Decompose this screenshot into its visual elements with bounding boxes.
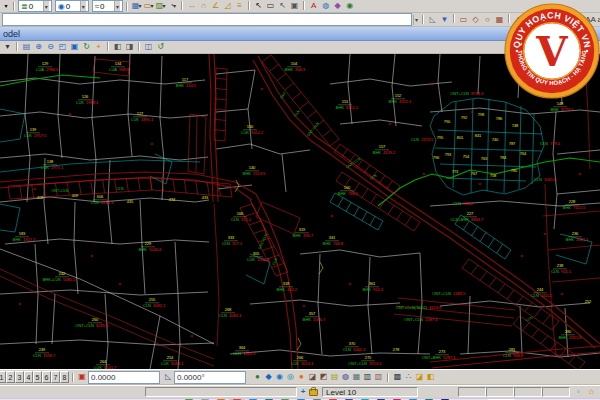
ruler-icon[interactable]: ◺ <box>427 14 438 25</box>
measure-angle-icon[interactable]: ∠ <box>210 1 221 12</box>
grid-settings-icon[interactable]: ▩ <box>392 372 403 383</box>
svg-text:787: 787 <box>509 141 516 146</box>
svg-text:255: 255 <box>149 297 156 302</box>
patterns-dropdown[interactable]: ▦▾ <box>131 1 142 12</box>
angle-field[interactable] <box>174 371 246 384</box>
svg-text:LUK: LUK <box>241 130 249 135</box>
folder-icon[interactable]: ◧ <box>425 372 436 383</box>
svg-text:BHK: BHK <box>563 205 572 210</box>
separator <box>138 42 140 51</box>
mail-icon[interactable]: ▧ <box>373 372 384 383</box>
rotate-view-icon[interactable]: ↻ <box>81 42 92 53</box>
tags-dropdown-arrow[interactable]: ▾ <box>173 3 176 9</box>
element-info-icon[interactable]: ◉ <box>344 1 355 12</box>
svg-text:229: 229 <box>145 241 152 246</box>
active-level-segment[interactable]: Level 10 <box>322 387 418 397</box>
element-selection-icon[interactable]: ↖ <box>253 1 264 12</box>
refresh-icon[interactable]: ◆ <box>263 372 274 383</box>
svg-text:3013.1: 3013.1 <box>301 361 314 366</box>
fence-circle-icon[interactable]: ○ <box>482 14 493 25</box>
view-6-button[interactable]: 6 <box>42 371 51 383</box>
svg-text:LUK: LUK <box>41 165 49 170</box>
keyin-dropdown-arrow[interactable]: ▾ <box>413 15 419 25</box>
dialog-box-icon[interactable]: ▫ <box>573 387 584 398</box>
active-level-combo-arrow[interactable]: ▾ <box>43 1 49 11</box>
cells-dropdown[interactable]: ▭▾ <box>143 1 154 12</box>
snap-mode-icon[interactable]: + <box>297 387 309 398</box>
fit-view-icon[interactable]: ▣ <box>69 42 80 53</box>
patterns-dropdown-arrow[interactable]: ▾ <box>138 3 141 9</box>
view-attributes-icon[interactable]: ▤ <box>21 42 32 53</box>
select-lasso-icon[interactable]: ↖ <box>277 1 288 12</box>
active-style-combo-arrow[interactable]: ▾ <box>114 1 120 11</box>
import-file-icon[interactable]: ◩ <box>318 372 329 383</box>
svg-text:LUK: LUK <box>91 200 99 205</box>
hatch-dropdown[interactable]: ▨▾ <box>155 1 166 12</box>
text-tool-icon[interactable]: A <box>308 1 319 12</box>
active-level-combo[interactable]: ≣0▾ <box>18 0 52 12</box>
active-style-combo[interactable]: ≈0▾ <box>92 0 123 12</box>
svg-text:606: 606 <box>97 194 104 199</box>
zoom-search-icon[interactable]: ◉ <box>274 372 285 383</box>
measure-volume-icon[interactable]: ≡ <box>234 1 245 12</box>
globe-tool-icon[interactable]: ◍ <box>320 1 331 12</box>
lock-icon[interactable] <box>309 389 318 396</box>
map-canvas[interactable]: 138LUK2971.1126LUK2988.1127LUK1891.1139L… <box>0 54 600 369</box>
view-previous-icon[interactable]: ◧ <box>112 42 123 53</box>
status-segment <box>514 387 542 397</box>
measure-area-icon[interactable]: ◿ <box>222 1 233 12</box>
zoom-filter-icon[interactable]: ▼ <box>439 14 450 25</box>
link-points-icon[interactable]: ∴ <box>403 372 414 383</box>
cells-dropdown-arrow[interactable]: ▾ <box>150 3 153 9</box>
status-segment <box>542 387 570 397</box>
document-icon[interactable]: ▤ <box>329 372 340 383</box>
copy-view-icon[interactable]: ◫ <box>143 42 154 53</box>
view-list-dropdown[interactable]: ▾ <box>2 42 13 53</box>
coordinate-x-field[interactable] <box>88 371 160 384</box>
measure-distance-icon[interactable]: ↔ <box>186 1 197 12</box>
window-area-icon[interactable]: ◰ <box>57 42 68 53</box>
view-4-button[interactable]: 4 <box>24 371 33 383</box>
update-view-icon[interactable]: ↺ <box>155 42 166 53</box>
cell-library-icon[interactable]: ◆ <box>332 1 343 12</box>
measure-radius-icon[interactable]: ∩ <box>198 1 209 12</box>
home-alert-icon[interactable]: ⌂ <box>586 387 597 398</box>
fence-block-icon[interactable]: ▭ <box>458 14 469 25</box>
view-next-icon[interactable]: ◨ <box>124 42 135 53</box>
zoom-out-icon[interactable]: ⊖ <box>45 42 56 53</box>
svg-text:433: 433 <box>202 195 209 200</box>
view-5-button[interactable]: 5 <box>33 371 42 383</box>
info-doc-icon[interactable]: ◍ <box>340 372 351 383</box>
tags-dropdown[interactable]: ◔▾ <box>167 1 178 12</box>
separator <box>126 2 128 11</box>
select-box-icon[interactable]: ▭ <box>265 1 276 12</box>
web-browse-icon[interactable]: ● <box>252 372 263 383</box>
image-icon[interactable]: ▦ <box>351 372 362 383</box>
view-7-button[interactable]: 7 <box>51 371 60 383</box>
svg-text:748: 748 <box>512 123 519 128</box>
print-icon[interactable]: ▥ <box>362 372 373 383</box>
hatch-dropdown-arrow[interactable]: ▾ <box>162 3 165 9</box>
pan-view-icon[interactable]: + <box>93 42 104 53</box>
select-group-icon[interactable]: ▣ <box>289 1 300 12</box>
export-file-icon[interactable]: ◪ <box>307 372 318 383</box>
active-color-combo-arrow[interactable]: ▾ <box>80 1 86 11</box>
map-viewport[interactable]: 138LUK2971.1126LUK2988.1127LUK1891.1139L… <box>0 54 600 369</box>
toolbar-overflow-arrow[interactable]: ▾ <box>2 1 10 12</box>
active-color-combo[interactable]: ◉0▾ <box>55 0 89 12</box>
search-globe-icon[interactable]: ◎ <box>285 372 296 383</box>
keyin-input[interactable] <box>2 13 412 26</box>
zoom-in-icon[interactable]: ⊕ <box>33 42 44 53</box>
view-3-button[interactable]: 3 <box>15 371 24 383</box>
view-2-button[interactable]: 2 <box>6 371 15 383</box>
view-8-button[interactable]: 8 <box>60 371 69 383</box>
svg-text:CLN: CLN <box>534 177 542 182</box>
position-lock-icon[interactable]: ▣ <box>77 372 87 383</box>
svg-text:2986.1: 2986.1 <box>46 67 59 72</box>
svg-text:CLN+BHK: CLN+BHK <box>450 217 469 222</box>
svg-text:249: 249 <box>39 347 46 352</box>
key-ball-icon[interactable]: ● <box>296 372 307 383</box>
fence-shape-icon[interactable]: ◇ <box>470 14 481 25</box>
angle-readout-icon[interactable]: ◺ <box>163 372 173 383</box>
folder-open-icon[interactable]: ◪ <box>414 372 425 383</box>
